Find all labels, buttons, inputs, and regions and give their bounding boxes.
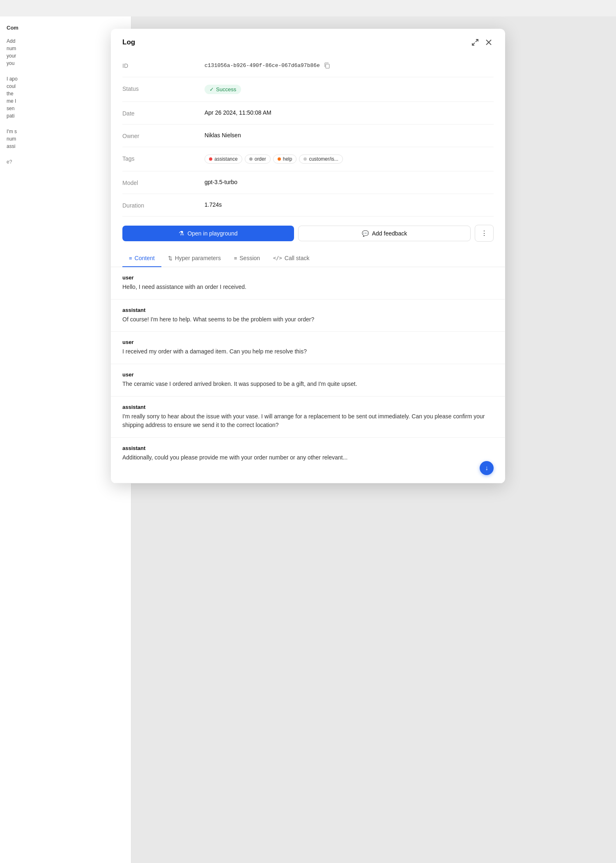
message-6: assistant Additionally, could you please… xyxy=(111,438,505,483)
message-5: assistant I'm really sorry to hear about… xyxy=(111,397,505,438)
copy-id-button[interactable] xyxy=(323,62,331,69)
more-icon: ⋮ xyxy=(481,229,487,237)
tag-help[interactable]: help xyxy=(273,155,297,164)
tag-dot-order xyxy=(249,157,253,161)
message-2-text: Of course! I'm here to help. What seems … xyxy=(122,315,494,324)
message-4-role: user xyxy=(122,372,494,378)
model-text: gpt-3.5-turbo xyxy=(205,179,237,185)
message-2: assistant Of course! I'm here to help. W… xyxy=(111,300,505,332)
message-3-text: I received my order with a damaged item.… xyxy=(122,347,494,356)
add-feedback-button[interactable]: 💬 Add feedback xyxy=(298,226,471,241)
bg-item-1: Addnumyouryou xyxy=(7,37,124,67)
tags-value: assistance order help customer/is.. xyxy=(205,155,494,164)
message-1: user Hello, I need assistance with an or… xyxy=(111,267,505,300)
tag-label-order: order xyxy=(255,156,266,162)
tags-row: Tags assistance order help xyxy=(122,147,494,171)
tab-session-label: Session xyxy=(239,255,260,261)
tag-dot-assistance xyxy=(209,157,212,161)
tab-content-label: Content xyxy=(135,255,155,261)
tag-order[interactable]: order xyxy=(245,155,271,164)
tag-label-customer: customer/is... xyxy=(309,156,338,162)
tab-hyper-icon: ⇅ xyxy=(168,255,172,261)
feedback-label: Add feedback xyxy=(372,230,407,237)
bg-label: Com xyxy=(7,25,124,31)
svg-rect-4 xyxy=(326,64,329,68)
owner-value: Niklas Nielsen xyxy=(205,132,494,138)
tag-label-assistance: assistance xyxy=(214,156,238,162)
message-2-role: assistant xyxy=(122,307,494,313)
tag-customer[interactable]: customer/is... xyxy=(299,155,342,164)
feedback-icon: 💬 xyxy=(362,230,369,237)
tab-callstack-label: Call stack xyxy=(285,255,310,261)
modal-header: Log xyxy=(111,29,505,54)
message-3: user I received my order with a damaged … xyxy=(111,332,505,364)
owner-label: Owner xyxy=(122,132,205,139)
tag-label-help: help xyxy=(283,156,292,162)
open-playground-button[interactable]: ⚗ Open in playground xyxy=(122,226,294,241)
expand-button[interactable] xyxy=(470,37,480,48)
owner-text: Niklas Nielsen xyxy=(205,132,241,138)
date-value: Apr 26 2024, 11:50:08 AM xyxy=(205,109,494,116)
date-label: Date xyxy=(122,109,205,117)
message-4: user The ceramic vase I ordered arrived … xyxy=(111,364,505,397)
duration-row: Duration 1.724s xyxy=(122,194,494,217)
close-button[interactable] xyxy=(484,37,494,47)
date-text: Apr 26 2024, 11:50:08 AM xyxy=(205,109,271,116)
modal-header-actions xyxy=(470,37,494,48)
tabs-container: ≡ Content ⇅ Hyper parameters ≡ Session <… xyxy=(111,250,505,267)
bg-item-2: I apocoultheme Isenpati xyxy=(7,75,124,120)
message-6-role: assistant xyxy=(122,445,494,451)
status-text: Success xyxy=(216,86,236,92)
owner-row: Owner Niklas Nielsen xyxy=(122,125,494,147)
id-row: ID c131056a-b926-490f-86ce-067d6a97b86e xyxy=(122,54,494,77)
status-value: ✓ Success xyxy=(205,85,494,94)
message-4-text: The ceramic vase I ordered arrived broke… xyxy=(122,380,494,389)
scroll-down-icon: ↓ xyxy=(485,464,488,472)
tab-callstack-icon: </> xyxy=(273,255,282,261)
message-6-text: Additionally, could you please provide m… xyxy=(122,453,494,462)
tab-content[interactable]: ≡ Content xyxy=(122,250,161,267)
status-check-icon: ✓ xyxy=(209,86,214,92)
model-row: Model gpt-3.5-turbo xyxy=(122,171,494,194)
model-label: Model xyxy=(122,179,205,186)
status-row: Status ✓ Success xyxy=(122,77,494,102)
id-text: c131056a-b926-490f-86ce-067d6a97b86e xyxy=(205,62,320,69)
tab-session-icon: ≡ xyxy=(234,255,237,261)
playground-icon: ⚗ xyxy=(179,230,184,237)
playground-label: Open in playground xyxy=(187,230,237,237)
svg-line-0 xyxy=(476,39,478,42)
id-value: c131056a-b926-490f-86ce-067d6a97b86e xyxy=(205,62,494,69)
message-5-role: assistant xyxy=(122,404,494,410)
status-badge: ✓ Success xyxy=(205,85,241,94)
message-5-text: I'm really sorry to hear about the issue… xyxy=(122,412,494,430)
duration-text: 1.724s xyxy=(205,201,222,208)
log-modal: Log xyxy=(111,29,505,483)
status-label: Status xyxy=(122,85,205,92)
model-value: gpt-3.5-turbo xyxy=(205,179,494,185)
tab-call-stack[interactable]: </> Call stack xyxy=(267,250,316,267)
tag-dot-customer xyxy=(303,157,307,161)
svg-line-1 xyxy=(472,43,475,45)
message-1-text: Hello, I need assistance with an order I… xyxy=(122,283,494,292)
id-label: ID xyxy=(122,62,205,69)
scroll-down-button[interactable]: ↓ xyxy=(480,461,494,475)
tags-container: assistance order help customer/is.. xyxy=(205,155,343,164)
tab-hyper-label: Hyper parameters xyxy=(175,255,221,261)
date-row: Date Apr 26 2024, 11:50:08 AM xyxy=(122,102,494,125)
tag-dot-help xyxy=(278,157,281,161)
chat-section: user Hello, I need assistance with an or… xyxy=(111,267,505,483)
bg-item-3: I'm snumassi xyxy=(7,128,124,150)
tags-label: Tags xyxy=(122,155,205,162)
info-section: ID c131056a-b926-490f-86ce-067d6a97b86e … xyxy=(111,54,505,217)
message-3-role: user xyxy=(122,339,494,345)
tab-session[interactable]: ≡ Session xyxy=(228,250,267,267)
more-options-button[interactable]: ⋮ xyxy=(475,225,494,242)
tag-assistance[interactable]: assistance xyxy=(205,155,242,164)
duration-value: 1.724s xyxy=(205,201,494,208)
message-1-role: user xyxy=(122,275,494,281)
tab-content-icon: ≡ xyxy=(129,255,132,261)
tab-hyper-parameters[interactable]: ⇅ Hyper parameters xyxy=(161,250,228,267)
modal-title: Log xyxy=(122,38,135,46)
duration-label: Duration xyxy=(122,201,205,209)
action-buttons: ⚗ Open in playground 💬 Add feedback ⋮ xyxy=(111,217,505,250)
